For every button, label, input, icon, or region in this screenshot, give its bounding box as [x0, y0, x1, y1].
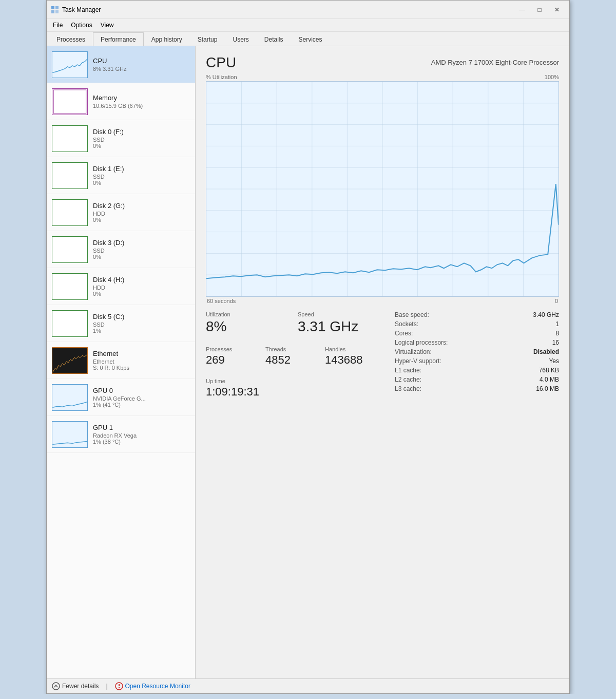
- task-manager-window: Task Manager ― □ ✕ File Options View Pro…: [46, 0, 570, 694]
- disk0-sidebar-title: Disk 0 (F:): [93, 128, 190, 136]
- stats-left: Utilization 8% Speed 3.31 GHz Processes …: [206, 311, 374, 405]
- processes-value: 269: [206, 353, 255, 367]
- disk2-thumbnail: [52, 199, 88, 226]
- disk3-sidebar-sub: SSD: [93, 248, 190, 254]
- sidebar-item-disk5[interactable]: Disk 5 (C:) SSD 1%: [47, 305, 195, 342]
- hyperv-row: Hyper-V support: Yes: [395, 357, 559, 365]
- cpu-chart: [206, 81, 559, 297]
- disk1-sidebar-val: 0%: [93, 180, 190, 186]
- disk4-sidebar-info: Disk 4 (H:) HDD 0%: [93, 276, 190, 297]
- chart-labels: % Utilization 100%: [206, 74, 559, 80]
- main-content: CPU 8% 3.31 GHz Memory 10.6/15.9 GB (67%…: [47, 46, 569, 678]
- tab-performance[interactable]: Performance: [93, 32, 144, 46]
- processes-block: Processes 269: [206, 346, 255, 367]
- chart-time-right: 0: [555, 298, 558, 304]
- threads-block: Threads 4852: [265, 346, 315, 367]
- virtualization-val: Disabled: [533, 348, 559, 355]
- sidebar-item-disk1[interactable]: Disk 1 (E:) SSD 0%: [47, 157, 195, 194]
- stats-row: Utilization 8% Speed 3.31 GHz Processes …: [206, 311, 559, 405]
- disk5-thumbnail: [52, 310, 88, 337]
- gpu1-sidebar-info: GPU 1 Radeon RX Vega 1% (38 °C): [93, 424, 190, 445]
- menu-view[interactable]: View: [97, 20, 118, 30]
- hyperv-val: Yes: [549, 357, 559, 365]
- fewer-details-button[interactable]: Fewer details: [52, 682, 99, 690]
- disk5-sidebar-title: Disk 5 (C:): [93, 313, 190, 320]
- tab-users[interactable]: Users: [225, 32, 256, 46]
- gpu0-sidebar-sub: NVIDIA GeForce G...: [93, 395, 190, 402]
- disk2-sidebar-title: Disk 2 (G:): [93, 202, 190, 210]
- tab-details[interactable]: Details: [257, 32, 291, 46]
- base-speed-row: Base speed: 3.40 GHz: [395, 311, 559, 318]
- main-panel: CPU AMD Ryzen 7 1700X Eight-Core Process…: [196, 46, 569, 678]
- memory-sidebar-info: Memory 10.6/15.9 GB (67%): [93, 94, 190, 109]
- disk3-sidebar-info: Disk 3 (D:) SSD 0%: [93, 239, 190, 260]
- sidebar-item-disk2[interactable]: Disk 2 (G:) HDD 0%: [47, 194, 195, 231]
- l1-key: L1 cache:: [395, 367, 421, 374]
- main-title: CPU: [206, 54, 236, 71]
- tab-processes[interactable]: Processes: [49, 32, 93, 46]
- close-button[interactable]: ✕: [549, 4, 565, 15]
- handles-value: 143688: [325, 353, 374, 367]
- logical-row: Logical processors: 16: [395, 339, 559, 346]
- ethernet-sidebar-val: S: 0 R: 0 Kbps: [93, 365, 190, 371]
- sidebar-item-cpu[interactable]: CPU 8% 3.31 GHz: [47, 46, 195, 83]
- hyperv-key: Hyper-V support:: [395, 357, 441, 365]
- cpu-sidebar-info: CPU 8% 3.31 GHz: [93, 57, 190, 72]
- maximize-button[interactable]: □: [531, 4, 548, 15]
- sockets-key: Sockets:: [395, 320, 418, 328]
- svg-rect-10: [52, 237, 87, 262]
- bottom-divider: |: [106, 683, 107, 690]
- window-title: Task Manager: [62, 6, 514, 13]
- svg-rect-4: [52, 52, 87, 78]
- disk5-sidebar-sub: SSD: [93, 322, 190, 328]
- menu-file[interactable]: File: [49, 20, 67, 30]
- svg-point-53: [52, 683, 60, 690]
- cpu-thumbnail: [52, 51, 88, 78]
- open-resource-monitor-link[interactable]: Open Resource Monitor: [115, 682, 190, 690]
- utilization-block: Utilization 8%: [206, 311, 282, 335]
- utilization-value: 8%: [206, 318, 282, 335]
- sidebar-item-memory[interactable]: Memory 10.6/15.9 GB (67%): [47, 83, 195, 120]
- sidebar-item-disk3[interactable]: Disk 3 (D:) SSD 0%: [47, 231, 195, 268]
- chevron-up-icon: [52, 682, 60, 690]
- disk0-thumbnail: [52, 125, 88, 152]
- secondary-stats: Processes 269 Threads 4852 Handles 14368…: [206, 346, 374, 373]
- memory-sidebar-title: Memory: [93, 94, 190, 102]
- tab-startup[interactable]: Startup: [190, 32, 225, 46]
- virtualization-row: Virtualization: Disabled: [395, 348, 559, 355]
- menu-options[interactable]: Options: [67, 20, 96, 30]
- svg-rect-1: [55, 6, 59, 9]
- disk1-thumbnail: [52, 162, 88, 189]
- gpu1-sidebar-sub: Radeon RX Vega: [93, 432, 190, 439]
- sidebar-item-gpu0[interactable]: GPU 0 NVIDIA GeForce G... 1% (41 °C): [47, 379, 195, 416]
- chart-area: % Utilization 100%: [206, 74, 559, 304]
- memory-sidebar-sub: 10.6/15.9 GB (67%): [93, 103, 190, 109]
- sidebar-item-ethernet[interactable]: Ethernet Ethernet S: 0 R: 0 Kbps: [47, 342, 195, 379]
- sockets-row: Sockets: 1: [395, 320, 559, 328]
- tab-services[interactable]: Services: [291, 32, 330, 46]
- ethernet-sidebar-sub: Ethernet: [93, 358, 190, 365]
- disk1-sidebar-info: Disk 1 (E:) SSD 0%: [93, 165, 190, 186]
- minimize-button[interactable]: ―: [514, 4, 530, 15]
- l3-key: L3 cache:: [395, 385, 421, 392]
- disk1-sidebar-sub: SSD: [93, 174, 190, 180]
- utilization-label: Utilization: [206, 311, 282, 317]
- resource-monitor-icon: [115, 682, 123, 690]
- svg-rect-7: [52, 126, 87, 152]
- disk2-sidebar-val: 0%: [93, 217, 190, 223]
- cpu-sidebar-title: CPU: [93, 57, 190, 65]
- l3-row: L3 cache: 16.0 MB: [395, 385, 559, 392]
- sidebar-item-disk4[interactable]: Disk 4 (H:) HDD 0%: [47, 268, 195, 305]
- disk1-sidebar-title: Disk 1 (E:): [93, 165, 190, 173]
- title-bar: Task Manager ― □ ✕: [47, 1, 569, 19]
- sidebar-item-gpu1[interactable]: GPU 1 Radeon RX Vega 1% (38 °C): [47, 416, 195, 453]
- gpu1-sidebar-val: 1% (38 °C): [93, 439, 190, 445]
- chart-time-left: 60 seconds: [207, 298, 236, 304]
- tab-app-history[interactable]: App history: [144, 32, 190, 46]
- disk3-thumbnail: [52, 236, 88, 263]
- app-icon: [51, 6, 59, 14]
- sidebar-item-disk0[interactable]: Disk 0 (F:) SSD 0%: [47, 120, 195, 157]
- svg-rect-8: [52, 163, 87, 188]
- cores-row: Cores: 8: [395, 330, 559, 337]
- processes-label: Processes: [206, 346, 255, 352]
